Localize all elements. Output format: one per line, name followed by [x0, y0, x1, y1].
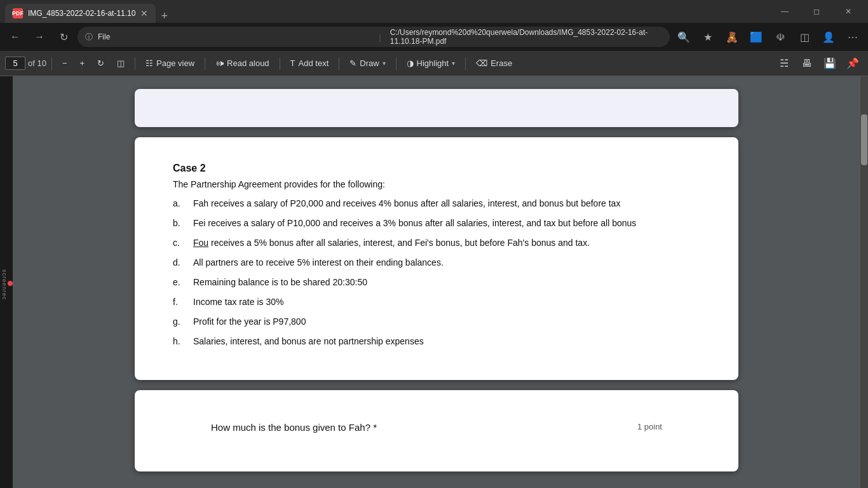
sidebar-strip[interactable]: screenrec [0, 76, 13, 488]
save-button[interactable]: 💾 [820, 53, 840, 74]
pdf-page-top-partial [135, 89, 738, 127]
add-text-label: Add text [299, 58, 329, 68]
browser-toolbar-icons: 🔍 ★ 🧸 🟦 ☫ ◫ 👤 ⋯ [674, 27, 863, 47]
collections-icon[interactable]: ☫ [770, 27, 790, 47]
browser-extension-icon[interactable]: 🟦 [746, 27, 766, 47]
case-title: Case 2 [173, 163, 700, 174]
minimize-button[interactable]: — [770, 0, 799, 23]
item-text-c: Fou receives a 5% bonus after all salari… [193, 236, 700, 250]
highlight-label: Highlight [417, 58, 449, 68]
add-text-button[interactable]: T Add text [285, 56, 334, 71]
separator-6 [396, 57, 397, 70]
main-content: screenrec Case 2 The Partnership Agreeme… [0, 76, 868, 488]
tab-close-button[interactable]: ✕ [140, 8, 148, 18]
item-label-f: f. [173, 295, 186, 309]
item-text-d: All partners are to receive 5% interest … [193, 256, 700, 269]
pdf-page-question: 1 point How much is the bonus given to F… [135, 390, 738, 471]
settings-icon[interactable]: ⋯ [843, 27, 863, 47]
page-view-label: Page view [156, 58, 194, 68]
new-tab-button[interactable]: + [156, 10, 173, 23]
zoom-out-button[interactable]: − [57, 56, 72, 71]
split-screen-icon[interactable]: ◫ [794, 27, 815, 47]
page-view-button[interactable]: ☷ Page view [140, 56, 200, 71]
fit-page-button[interactable]: ◫ [112, 56, 130, 71]
page-total: of 10 [28, 58, 46, 68]
item-text-e: Remaining balance is to be shared 20:30:… [193, 276, 700, 289]
plus-icon: + [80, 58, 85, 68]
screen-rec-label: screenrec [1, 269, 8, 301]
back-button[interactable]: ← [5, 27, 25, 47]
item-label-h: h. [173, 335, 186, 348]
pin-button[interactable]: 📌 [843, 53, 863, 74]
draw-label: Draw [360, 58, 379, 68]
separator-5 [339, 57, 339, 70]
page-input[interactable] [5, 57, 25, 70]
highlight-icon: ◑ [407, 58, 414, 68]
separator-4 [280, 57, 280, 70]
separator-1 [51, 57, 52, 70]
tab-pdf-icon: PDF [13, 8, 23, 18]
screen-rec-dot [8, 281, 13, 286]
item-label-g: g. [173, 315, 186, 329]
url-bar[interactable]: ⓘ File | C:/Users/reymond%20d%20querwela… [78, 27, 670, 47]
erase-label: Erase [491, 58, 512, 68]
question-points: 1 point [637, 422, 662, 431]
list-item: d. All partners are to receive 5% intere… [173, 256, 700, 269]
separator-7 [465, 57, 466, 70]
item-text-g: Profit for the year is P97,800 [193, 315, 700, 329]
reload-button[interactable]: ↻ [53, 27, 74, 47]
read-aloud-button[interactable]: 🕪 Read aloud [210, 56, 275, 71]
profile-icon[interactable]: 👤 [818, 27, 839, 47]
pdf-page-case2: Case 2 The Partnership Agreement provide… [135, 137, 738, 380]
url-separator: | [375, 32, 384, 42]
item-text-b: Fei receives a salary of P10,000 and rec… [193, 217, 700, 230]
title-bar: PDF IMG_4853-2022-02-16-at-11.10 ✕ + — ◻… [0, 0, 868, 23]
list-item: h. Salaries, interest, and bonus are not… [173, 335, 700, 348]
highlight-button[interactable]: ◑ Highlight [402, 56, 461, 71]
print-button[interactable]: 🖶 [797, 53, 817, 74]
extensions-icon[interactable]: 🧸 [722, 27, 742, 47]
search-icon[interactable]: 🔍 [674, 27, 694, 47]
rotate-icon: ↻ [97, 58, 104, 68]
scrollbar[interactable] [860, 76, 868, 488]
item-label-d: d. [173, 256, 186, 269]
list-item: b. Fei receives a salary of P10,000 and … [173, 217, 700, 230]
pdf-area: Case 2 The Partnership Agreement provide… [13, 76, 860, 488]
question-text: How much is the bonus given to Fah? * [211, 422, 377, 433]
tab-title: IMG_4853-2022-02-16-at-11.10 [28, 9, 135, 18]
zoom-in-button[interactable]: + [75, 56, 90, 71]
scrollbar-thumb[interactable] [861, 114, 867, 165]
minus-icon: − [62, 58, 67, 68]
list-item: g. Profit for the year is P97,800 [173, 315, 700, 329]
url-text: C:/Users/reymond%20d%20querwela/Download… [390, 28, 662, 46]
fit-icon: ◫ [117, 58, 125, 68]
question-section: 1 point How much is the bonus given to F… [173, 409, 700, 452]
immersive-reader-button[interactable]: ☵ [774, 53, 794, 74]
active-tab[interactable]: PDF IMG_4853-2022-02-16-at-11.10 ✕ [5, 4, 156, 23]
favorites-icon[interactable]: ★ [698, 27, 718, 47]
page-view-icon: ☷ [146, 58, 153, 68]
fou-underlined: Fou [193, 238, 208, 248]
separator-3 [205, 57, 205, 70]
erase-button[interactable]: ⌫ Erase [471, 56, 517, 71]
close-button[interactable]: ✕ [834, 0, 863, 23]
pdf-right-tools: ☵ 🖶 💾 📌 [774, 53, 863, 74]
maximize-button[interactable]: ◻ [802, 0, 831, 23]
item-text-f: Income tax rate is 30% [193, 295, 700, 309]
rotate-button[interactable]: ↻ [92, 56, 109, 71]
draw-icon: ✎ [349, 58, 356, 68]
item-label-b: b. [173, 217, 186, 230]
read-aloud-label: Read aloud [227, 58, 269, 68]
page-number-group: of 10 [5, 57, 46, 70]
item-text-h: Salaries, interest, and bonus are not pa… [193, 335, 700, 348]
case-intro: The Partnership Agreement provides for t… [173, 179, 700, 189]
item-label-c: c. [173, 236, 186, 250]
list-item: e. Remaining balance is to be shared 20:… [173, 276, 700, 289]
forward-button[interactable]: → [29, 27, 50, 47]
info-icon: ⓘ [85, 32, 93, 43]
list-item: a. Fah receives a salary of P20,000 and … [173, 197, 700, 210]
item-label-a: a. [173, 197, 186, 210]
address-bar: ← → ↻ ⓘ File | C:/Users/reymond%20d%20qu… [0, 23, 868, 51]
separator-2 [135, 57, 135, 70]
draw-button[interactable]: ✎ Draw [344, 56, 390, 71]
